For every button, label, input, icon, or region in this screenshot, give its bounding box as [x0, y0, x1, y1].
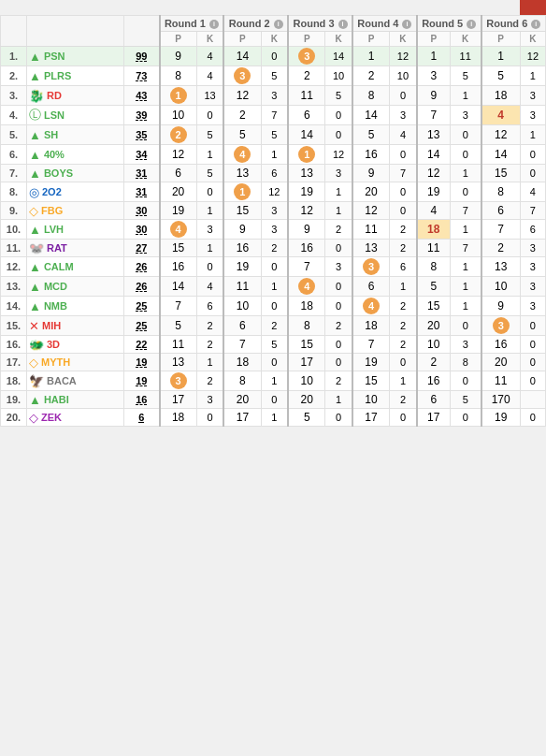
cell-r5k: 0	[450, 145, 481, 165]
round4-header: Round 4 i	[352, 16, 417, 32]
cell-r3k: 2	[325, 220, 352, 240]
cell-r3k: 0	[325, 354, 352, 371]
cell-r4p: 4	[352, 297, 390, 316]
cell-r6k: 3	[520, 257, 545, 277]
cell-r6p: 9	[481, 297, 521, 316]
cell-r1k: 0	[196, 106, 223, 125]
cell-r3p: 19	[288, 182, 325, 202]
cell-r4p: 2	[352, 66, 390, 86]
team-cell: ✕ MIH	[27, 316, 124, 336]
cell-r1p: 20	[160, 182, 197, 202]
cell-r5p: 16	[417, 371, 451, 391]
cell-r2k: 12	[261, 182, 288, 202]
cell-r6p: 11	[481, 371, 521, 391]
cell-r5p: 19	[417, 182, 451, 202]
total-cell: 25	[124, 316, 160, 336]
round2-header: Round 2 i	[223, 16, 288, 32]
total-cell: 35	[124, 125, 160, 145]
team-logo: ▲	[29, 393, 41, 407]
cell-r3k: 5	[325, 86, 352, 106]
cell-r5k: 1	[450, 220, 481, 240]
cell-r2p: 8	[223, 371, 261, 391]
cell-r5p: 1	[417, 47, 451, 66]
team-cell: ◇ MYTH	[27, 354, 124, 371]
team-name: NMB	[44, 300, 67, 312]
team-logo: ✕	[29, 319, 39, 333]
team-logo: ▲	[29, 299, 41, 313]
points-button[interactable]	[520, 0, 546, 15]
cell-r3p: 16	[288, 240, 325, 257]
cell-r3k: 1	[325, 391, 352, 409]
total-cell: 22	[124, 336, 160, 354]
table-body: 1. ▲ PSN 99 9 4 14 0 3 14 1 12 1 11 1 12…	[1, 47, 546, 427]
cell-r6k: 6	[520, 220, 545, 240]
cell-r1p: 7	[160, 297, 197, 316]
cell-r1k: 4	[196, 66, 223, 86]
rank-cell: 20.	[1, 409, 27, 427]
cell-r2p: 12	[223, 86, 261, 106]
cell-r5k: 0	[450, 316, 481, 336]
info-icon-r2: i	[274, 20, 283, 29]
cell-r3k: 3	[325, 257, 352, 277]
cell-r4k: 0	[390, 182, 417, 202]
cell-r6k: 3	[520, 297, 545, 316]
team-cell: 🐲 3D	[27, 336, 124, 354]
cell-r2k: 7	[261, 106, 288, 125]
cell-r4p: 20	[352, 182, 390, 202]
total-cell: 34	[124, 145, 160, 165]
cell-r2k: 0	[261, 297, 288, 316]
cell-r2p: 13	[223, 165, 261, 182]
info-icon-r4: i	[402, 20, 411, 29]
cell-r2k: 3	[261, 220, 288, 240]
cell-r1p: 9	[160, 47, 197, 66]
table-row: 6. ▲ 40% 34 12 1 4 1 1 12 16 0 14 0 14 0	[1, 145, 546, 165]
r3-p-header: P	[288, 32, 325, 47]
team-cell: ▲ CALM	[27, 257, 124, 277]
cell-r1p: 5	[160, 316, 197, 336]
cell-r3k: 10	[325, 66, 352, 86]
cell-r5k: 11	[450, 47, 481, 66]
cell-r4p: 16	[352, 145, 390, 165]
rank-cell: 7.	[1, 165, 27, 182]
cell-r5k: 7	[450, 202, 481, 220]
cell-r1k: 2	[196, 316, 223, 336]
cell-r4k: 2	[390, 220, 417, 240]
team-name: FBG	[41, 205, 63, 216]
cell-r2k: 0	[261, 354, 288, 371]
cell-r5p: 8	[417, 257, 451, 277]
team-logo: ▲	[29, 260, 41, 274]
rank-cell: 8.	[1, 182, 27, 202]
team-logo: ◎	[29, 185, 39, 199]
cell-r2p: 18	[223, 354, 261, 371]
cell-r1p: 4	[160, 220, 197, 240]
cell-r2k: 1	[261, 371, 288, 391]
cell-r3p: 14	[288, 125, 325, 145]
info-icon-r1: i	[209, 20, 219, 29]
header	[0, 0, 546, 15]
cell-r1p: 12	[160, 145, 197, 165]
team-cell: ◇ FBG	[27, 202, 124, 220]
team-cell: ▲ 40%	[27, 145, 124, 165]
cell-r1p: 16	[160, 257, 197, 277]
cell-r1k: 5	[196, 165, 223, 182]
cell-r1p: 18	[160, 409, 197, 427]
team-cell: ▲ HABI	[27, 391, 124, 409]
cell-r1k: 13	[196, 86, 223, 106]
table-row: 9. ◇ FBG 30 19 1 15 3 12 1 12 0 4 7 6 7	[1, 202, 546, 220]
cell-r6k: 3	[520, 240, 545, 257]
cell-r3k: 3	[325, 165, 352, 182]
cell-r4k: 0	[390, 86, 417, 106]
round6-header: Round 6 i	[481, 16, 546, 32]
cell-r3p: 4	[288, 277, 325, 297]
cell-r2k: 5	[261, 66, 288, 86]
cell-r6p: 4	[481, 106, 521, 125]
rank-cell: 19.	[1, 391, 27, 409]
cell-r3k: 0	[325, 106, 352, 125]
cell-r3p: 12	[288, 202, 325, 220]
cell-r1k: 1	[196, 354, 223, 371]
cell-r1k: 5	[196, 125, 223, 145]
table-row: 10. ▲ LVH 30 4 3 9 3 9 2 11 2 18 1 7 6	[1, 220, 546, 240]
cell-r4p: 6	[352, 277, 390, 297]
cell-r5k: 0	[450, 371, 481, 391]
cell-r6p: 10	[481, 277, 521, 297]
